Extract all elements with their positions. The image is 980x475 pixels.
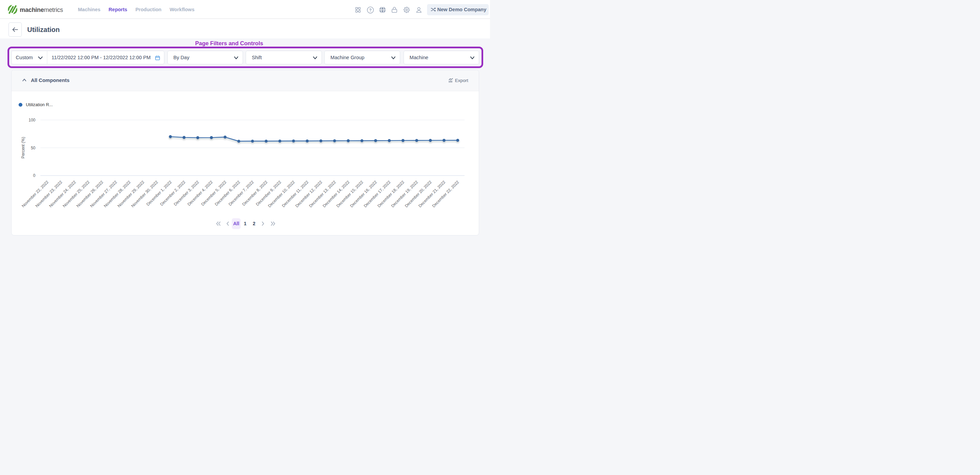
svg-text:?: ? <box>369 8 371 12</box>
